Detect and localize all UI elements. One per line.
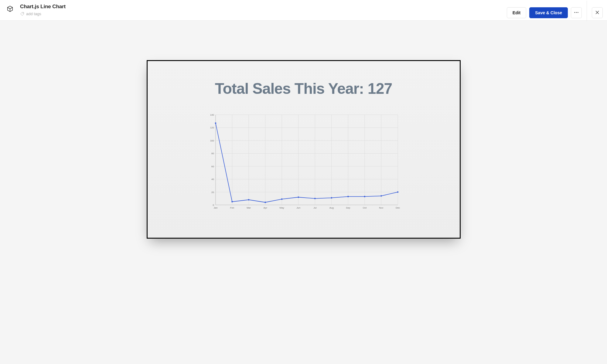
header-actions: Edit Save & Close <box>507 4 603 21</box>
svg-text:20: 20 <box>211 191 214 194</box>
svg-point-47 <box>231 201 233 202</box>
svg-point-54 <box>347 196 349 197</box>
svg-text:Dec: Dec <box>395 206 400 209</box>
svg-point-55 <box>364 196 365 197</box>
svg-point-56 <box>380 195 382 197</box>
svg-text:120: 120 <box>210 126 214 129</box>
svg-point-53 <box>331 197 332 199</box>
svg-text:Jun: Jun <box>296 206 300 209</box>
svg-point-2 <box>576 12 577 13</box>
svg-text:Apr: Apr <box>263 206 267 209</box>
close-button[interactable] <box>592 7 603 18</box>
svg-point-46 <box>215 122 216 124</box>
svg-point-57 <box>397 191 398 193</box>
page-title: Chart.js Line Chart <box>20 4 507 10</box>
svg-text:100: 100 <box>210 139 214 142</box>
svg-text:0: 0 <box>213 204 214 206</box>
svg-text:Oct: Oct <box>363 206 367 209</box>
tag-icon <box>20 12 24 16</box>
svg-point-1 <box>574 12 575 13</box>
svg-point-50 <box>281 199 282 200</box>
svg-text:Feb: Feb <box>230 206 234 209</box>
more-button[interactable] <box>571 7 582 18</box>
svg-text:60: 60 <box>211 165 214 168</box>
canvas-area: Total Sales This Year: 127 0204060801001… <box>0 21 607 364</box>
svg-text:May: May <box>279 206 284 209</box>
chart-title: Total Sales This Year: 127 <box>215 80 392 97</box>
close-icon <box>595 10 600 16</box>
tag-row[interactable]: add tags <box>20 12 507 16</box>
line-chart: 020406080100120140JanFebMarAprMayJunJulA… <box>206 113 401 210</box>
svg-text:Jan: Jan <box>213 206 217 209</box>
svg-point-51 <box>298 196 299 198</box>
svg-point-49 <box>264 202 266 203</box>
app-logo-icon <box>6 5 14 13</box>
svg-text:Aug: Aug <box>329 206 333 209</box>
header-divider <box>587 1 587 21</box>
svg-text:Sep: Sep <box>346 206 350 209</box>
edit-button[interactable]: Edit <box>507 7 526 18</box>
add-tags-placeholder: add tags <box>26 12 41 16</box>
svg-point-48 <box>248 199 249 201</box>
svg-point-52 <box>314 198 315 199</box>
svg-text:140: 140 <box>210 114 214 116</box>
chart-preview-frame: Total Sales This Year: 127 0204060801001… <box>147 60 461 239</box>
more-icon <box>574 10 579 16</box>
svg-point-3 <box>578 12 578 13</box>
title-block: Chart.js Line Chart add tags <box>20 4 507 16</box>
svg-text:40: 40 <box>211 178 214 181</box>
chart-container: 020406080100120140JanFebMarAprMayJunJulA… <box>206 113 401 210</box>
app-header: Chart.js Line Chart add tags Edit Save &… <box>0 0 607 21</box>
svg-text:80: 80 <box>211 152 214 155</box>
svg-text:Mar: Mar <box>247 206 251 209</box>
svg-text:Jul: Jul <box>313 206 316 209</box>
svg-text:Nov: Nov <box>379 206 383 209</box>
svg-point-0 <box>23 13 23 13</box>
save-close-button[interactable]: Save & Close <box>529 7 568 18</box>
